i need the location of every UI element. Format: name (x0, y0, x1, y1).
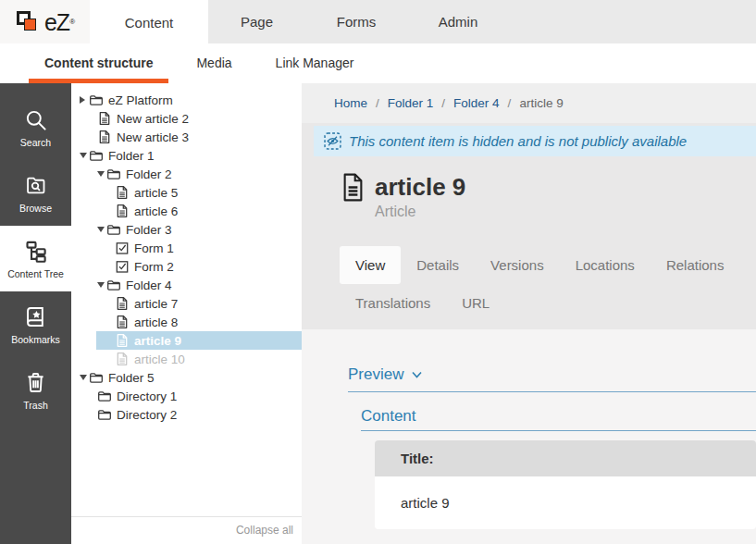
content-section-heading: Content (361, 407, 416, 425)
field-table: Title:article 9 (375, 440, 756, 529)
sidebar-item-browse[interactable]: Browse (0, 160, 71, 226)
breadcrumb-separator: / (508, 96, 512, 110)
tree-item-label: Folder 1 (108, 149, 155, 163)
sidebar-item-trash[interactable]: Trash (0, 357, 71, 423)
breadcrumb-link-folder-4[interactable]: Folder 4 (453, 96, 500, 110)
folder-icon (106, 278, 121, 292)
tree-item-article-10[interactable]: article 10 (71, 350, 302, 368)
breadcrumb-link-folder-1[interactable]: Folder 1 (388, 96, 434, 110)
tree-item-ez-platform[interactable]: eZ Platform (71, 91, 302, 109)
tree-item-label: Directory 2 (117, 408, 177, 422)
chevron-expanded-icon[interactable] (80, 151, 89, 160)
tree-item-new-article-2[interactable]: New article 2 (71, 109, 302, 128)
preview-heading: Preview (348, 365, 403, 384)
tree-item-folder-5[interactable]: Folder 5 (71, 368, 302, 387)
chevron-expanded-icon[interactable] (97, 225, 106, 234)
breadcrumb-separator: / (441, 96, 445, 110)
sidebar-item-bookmarks[interactable]: Bookmarks (0, 291, 71, 357)
tree-item-article-5[interactable]: article 5 (71, 183, 302, 202)
tree-item-directory-2[interactable]: Directory 2 (71, 405, 302, 424)
icon-sidebar: SearchBrowseContent TreeBookmarksTrash (0, 83, 71, 544)
ez-logo-icon (15, 6, 44, 38)
subnav-item-content-structure[interactable]: Content structure (29, 43, 168, 83)
top-tab-forms[interactable]: Forms (305, 0, 407, 43)
tree-item-label: article 8 (134, 315, 178, 329)
tab-relations[interactable]: Relations (651, 246, 740, 284)
breadcrumb-link-home[interactable]: Home (334, 96, 367, 110)
sidebar-item-label: Browse (19, 203, 52, 214)
collapse-all-button[interactable]: Collapse all (71, 516, 302, 544)
browse-icon (23, 173, 48, 198)
tree-item-label: Folder 3 (126, 223, 172, 237)
top-tab-content[interactable]: Content (90, 0, 208, 49)
view-tab-content: Preview Content Title:article 9 (302, 329, 756, 529)
tree-item-directory-1[interactable]: Directory 1 (71, 387, 302, 405)
main-content: Home/Folder 1/Folder 4/article 9 This co… (302, 83, 756, 544)
tree-item-article-7[interactable]: article 7 (71, 294, 302, 313)
article-icon (115, 296, 130, 311)
tree-item-form-1[interactable]: Form 1 (71, 239, 302, 257)
bookmarks-icon (23, 304, 48, 329)
top-tab-admin[interactable]: Admin (407, 0, 509, 43)
top-bar: eZ ® ContentPageFormsAdmin (0, 0, 756, 43)
tree-item-folder-4[interactable]: Folder 4 (71, 276, 302, 294)
hidden-eye-icon (324, 132, 341, 150)
article-icon (115, 185, 130, 200)
chevron-expanded-icon[interactable] (80, 373, 89, 382)
tree-item-folder-2[interactable]: Folder 2 (71, 165, 302, 183)
article-icon (97, 111, 112, 126)
tab-details[interactable]: Details (401, 246, 475, 284)
hidden-content-notice-text: This content item is hidden and is not p… (349, 133, 687, 149)
tree-item-label: article 6 (134, 204, 178, 218)
sidebar-item-label: Search (20, 137, 51, 148)
tree-item-label: Folder 5 (108, 371, 155, 385)
breadcrumb-current-article-9: article 9 (519, 96, 563, 110)
chevron-expanded-icon[interactable] (97, 280, 106, 290)
form-icon (115, 259, 130, 274)
article-icon (115, 333, 130, 348)
tree-item-folder-1[interactable]: Folder 1 (71, 146, 302, 165)
tree-item-label: Directory 1 (117, 389, 177, 403)
tree-item-article-6[interactable]: article 6 (71, 202, 302, 220)
form-icon (115, 241, 130, 255)
folder-icon (106, 222, 121, 237)
tab-versions[interactable]: Versions (475, 246, 560, 284)
subnav-item-media[interactable]: Media (180, 43, 247, 83)
folder-icon (89, 370, 104, 385)
registered-mark: ® (69, 18, 75, 26)
article-icon (97, 130, 112, 144)
tab-translations[interactable]: Translations (340, 284, 446, 322)
content-tree-icon (23, 239, 48, 264)
tree-item-article-8[interactable]: article 8 (71, 313, 302, 331)
tree-item-label: Form 2 (134, 260, 174, 274)
tab-url[interactable]: URL (446, 284, 505, 322)
chevron-down-icon (412, 371, 422, 378)
content-fields-section: Content Title:article 9 (361, 407, 756, 529)
tree-item-form-2[interactable]: Form 2 (71, 257, 302, 276)
ez-logo[interactable]: eZ ® (0, 0, 90, 43)
top-tab-page[interactable]: Page (208, 0, 305, 43)
tree-item-label: article 7 (134, 297, 178, 311)
breadcrumb: Home/Folder 1/Folder 4/article 9 (302, 83, 756, 123)
tab-view[interactable]: View (340, 246, 401, 284)
sub-navigation: Content structureMediaLink Manager (0, 43, 756, 83)
article-icon (341, 173, 366, 202)
sidebar-item-search[interactable]: Search (0, 94, 71, 160)
sidebar-item-label: Content Tree (7, 268, 64, 279)
chevron-collapsed-icon[interactable] (80, 95, 89, 105)
sidebar-item-content-tree[interactable]: Content Tree (0, 226, 71, 291)
field-value: article 9 (375, 476, 756, 529)
tree-item-label: New article 3 (117, 130, 189, 144)
preview-toggle[interactable]: Preview (348, 365, 756, 384)
content-tree-panel: eZ PlatformNew article 2New article 3Fol… (71, 83, 302, 544)
tab-locations[interactable]: Locations (560, 246, 651, 284)
tree-item-article-9[interactable]: article 9 (96, 331, 302, 350)
tree-item-new-article-3[interactable]: New article 3 (71, 128, 302, 146)
chevron-expanded-icon[interactable] (97, 169, 106, 179)
subnav-item-link-manager[interactable]: Link Manager (260, 43, 370, 83)
content-tab-bar: ViewDetailsVersionsLocationsRelationsTra… (340, 246, 756, 322)
folder-icon (106, 167, 121, 181)
folder-icon (97, 389, 112, 403)
tree-item-folder-3[interactable]: Folder 3 (71, 220, 302, 239)
tree-item-label: article 5 (134, 186, 178, 200)
